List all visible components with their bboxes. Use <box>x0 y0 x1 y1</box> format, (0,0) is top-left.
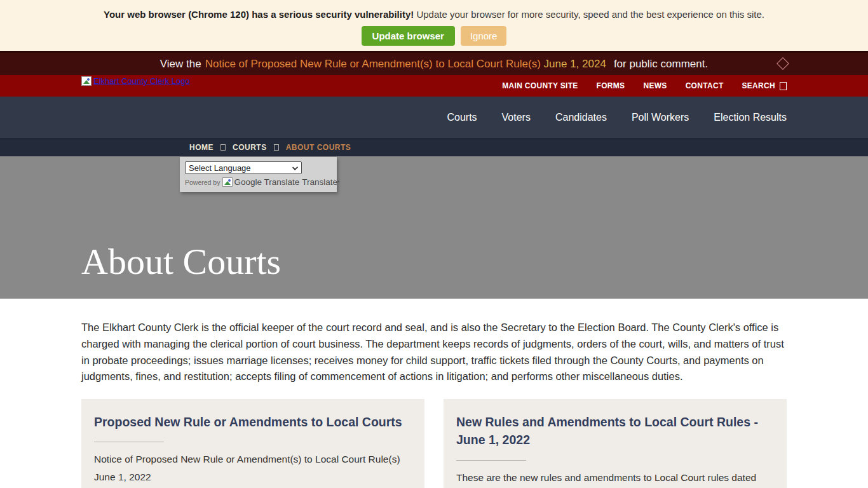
page-title: About Courts <box>81 240 281 283</box>
browser-warning-banner: Your web browser (Chrome 120) has a seri… <box>0 0 868 51</box>
notice-link[interactable]: Notice of Proposed New Rule or Amendment… <box>205 58 606 71</box>
browser-warning-rest: Update your browser for more security, s… <box>414 9 764 20</box>
card-title-link[interactable]: New Rules and Amendments to Local Court … <box>456 413 774 449</box>
site-logo-link[interactable]: Elkhart County Clerk Logo <box>81 76 190 86</box>
update-browser-button[interactable]: Update browser <box>362 26 455 46</box>
browser-warning-bold: Your web browser (Chrome 120) has a seri… <box>104 9 414 20</box>
breadcrumb: HOME COURTS ABOUT COURTS <box>0 139 868 156</box>
translate-label: Translate <box>302 177 337 187</box>
browser-warning-text: Your web browser (Chrome 120) has a seri… <box>0 9 868 20</box>
language-select[interactable]: Select Language <box>185 161 302 174</box>
google-translate-broken-image-icon <box>222 177 233 187</box>
nav-main-county-site[interactable]: MAIN COUNTY SITE <box>502 81 578 90</box>
google-translate-alt-text: Google Translate <box>234 177 299 187</box>
broken-image-icon <box>81 76 92 86</box>
logo-alt-text: Elkhart County Clerk Logo <box>93 76 190 86</box>
intro-paragraph: The Elkhart County Clerk is the official… <box>81 320 787 385</box>
notice-suffix: for public comment. <box>614 58 708 71</box>
google-translate-widget: Select Language Powered by Google Transl… <box>180 157 337 192</box>
breadcrumb-separator-icon <box>220 144 226 151</box>
nav-election-results[interactable]: Election Results <box>714 112 787 123</box>
translate-superscript: * <box>337 179 340 186</box>
breadcrumb-separator-icon <box>274 144 279 151</box>
nav-search[interactable]: SEARCH <box>742 81 787 90</box>
site-header: Elkhart County Clerk Logo MAIN COUNTY SI… <box>0 75 868 97</box>
ignore-button[interactable]: Ignore <box>461 26 507 46</box>
breadcrumb-about-courts: ABOUT COURTS <box>286 143 351 152</box>
main-nav: Courts Voters Candidates Poll Workers El… <box>0 97 868 139</box>
main-content: The Elkhart County Clerk is the official… <box>0 299 868 488</box>
diamond-icon <box>776 57 789 70</box>
breadcrumb-courts[interactable]: COURTS <box>233 143 267 152</box>
nav-contact[interactable]: CONTACT <box>686 81 724 90</box>
nav-courts[interactable]: Courts <box>447 112 477 123</box>
notice-bar: View the Notice of Proposed New Rule or … <box>0 51 868 75</box>
card-new-rules: New Rules and Amendments to Local Court … <box>444 399 787 488</box>
breadcrumb-home[interactable]: HOME <box>189 143 214 152</box>
powered-by-label: Powered by <box>185 179 220 186</box>
card-proposed-rules: Proposed New Rule or Amendments to Local… <box>81 399 424 488</box>
nav-news[interactable]: NEWS <box>643 81 667 90</box>
notice-link-date: June 1, 2024 <box>544 58 606 70</box>
hero-section: Select Language Powered by Google Transl… <box>0 156 868 299</box>
utility-nav: MAIN COUNTY SITE FORMS NEWS CONTACT SEAR… <box>502 81 787 90</box>
card-body-text: These are the new rules and amendments t… <box>456 469 774 488</box>
nav-voters[interactable]: Voters <box>502 112 531 123</box>
nav-forms[interactable]: FORMS <box>597 81 625 90</box>
card-divider <box>94 442 164 442</box>
search-icon <box>780 82 787 90</box>
card-body-text: Notice of Proposed New Rule or Amendment… <box>94 451 412 485</box>
card-divider <box>456 460 526 461</box>
notice-prefix: View the <box>160 58 201 71</box>
card-title-link[interactable]: Proposed New Rule or Amendments to Local… <box>94 413 412 431</box>
card-list: Proposed New Rule or Amendments to Local… <box>81 399 787 488</box>
nav-poll-workers[interactable]: Poll Workers <box>632 112 689 123</box>
nav-candidates[interactable]: Candidates <box>555 112 607 123</box>
